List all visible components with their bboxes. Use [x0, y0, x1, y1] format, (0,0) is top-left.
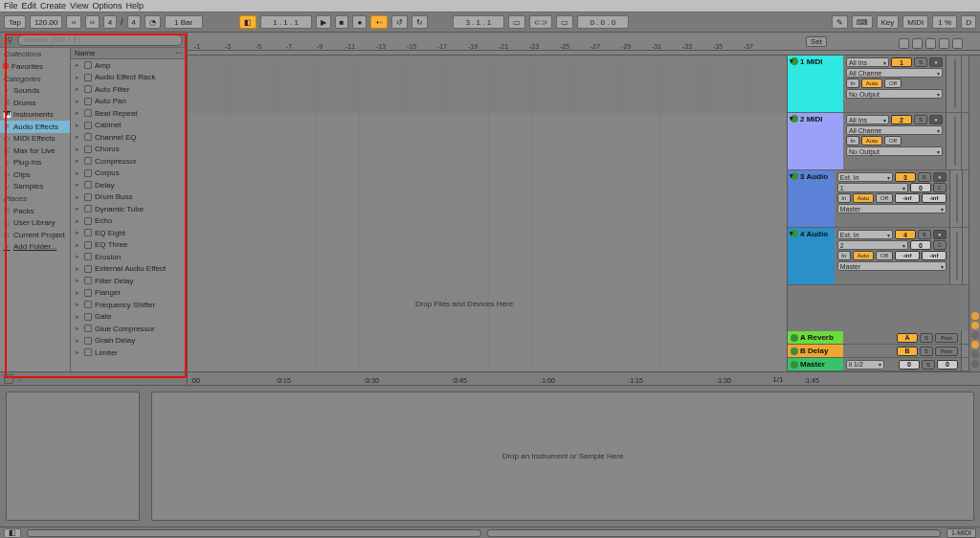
- expand-icon[interactable]: [74, 98, 81, 105]
- return-number[interactable]: A: [897, 333, 918, 343]
- locator-prev-icon[interactable]: [899, 38, 909, 49]
- device-erosion[interactable]: Erosion: [71, 251, 187, 263]
- draw-mode-button[interactable]: ✎: [832, 15, 848, 29]
- menu-options[interactable]: Options: [92, 1, 122, 11]
- track-number[interactable]: 1: [891, 57, 912, 67]
- monitor-auto[interactable]: Auto: [861, 78, 882, 88]
- send-b-val[interactable]: -inf: [922, 251, 947, 260]
- preview-note-icon[interactable]: ♪: [17, 373, 22, 384]
- device-auto-filter[interactable]: Auto Filter: [71, 83, 187, 96]
- monitor-off[interactable]: Off: [884, 136, 902, 146]
- device-eq-eight[interactable]: EQ Eight: [71, 227, 187, 239]
- device-drop-area[interactable]: Drop an Instrument or Sample Here: [151, 392, 974, 521]
- monitor-off[interactable]: Off: [876, 193, 893, 203]
- device-dynamic-tube[interactable]: Dynamic Tube: [71, 203, 187, 215]
- play-button[interactable]: ▶: [316, 15, 331, 29]
- expand-icon[interactable]: [74, 277, 81, 284]
- device-frequency-shifter[interactable]: Frequency Shifter: [71, 299, 187, 311]
- send-a[interactable]: 0: [910, 240, 931, 250]
- expand-icon[interactable]: [74, 169, 81, 177]
- menu-file[interactable]: File: [4, 1, 18, 11]
- automation-arm-button[interactable]: ↺: [391, 15, 408, 29]
- tempo-nudge-up[interactable]: ››: [85, 15, 100, 29]
- device-glue-compressor[interactable]: Glue Compressor: [71, 323, 187, 335]
- expand-icon[interactable]: [74, 229, 81, 236]
- monitor-in[interactable]: In: [846, 136, 859, 146]
- place-packs[interactable]: ◫Packs: [0, 205, 70, 217]
- expand-icon[interactable]: [74, 74, 81, 81]
- expand-icon[interactable]: [74, 205, 81, 213]
- device-beat-repeat[interactable]: Beat Repeat: [71, 107, 187, 120]
- header-menu-icon[interactable]: ⋯: [175, 49, 183, 57]
- category-midi-effects[interactable]: ◐MIDI Effects: [0, 133, 70, 146]
- quantize-menu[interactable]: 1 Bar: [165, 15, 203, 29]
- sends-toggle-icon[interactable]: [971, 322, 979, 329]
- post-button[interactable]: Post: [935, 333, 958, 343]
- solo-button[interactable]: S: [914, 115, 927, 124]
- returns-toggle-icon[interactable]: [971, 331, 979, 339]
- menu-help[interactable]: Help: [125, 1, 144, 11]
- cue-out-dropdown[interactable]: ii 1/2: [846, 360, 884, 370]
- midi-map-button[interactable]: MIDI: [902, 15, 928, 29]
- master-number[interactable]: 0: [899, 360, 920, 370]
- lock-icon[interactable]: [952, 38, 963, 49]
- arm-button[interactable]: ●: [929, 57, 943, 67]
- io-dropdown[interactable]: No Output: [846, 146, 943, 156]
- expand-icon[interactable]: [74, 313, 81, 321]
- track-grip[interactable]: [962, 170, 969, 227]
- locator-set-icon[interactable]: [912, 38, 923, 49]
- io-toggle-icon[interactable]: [971, 312, 979, 320]
- expand-icon[interactable]: [74, 61, 81, 69]
- io-dropdown[interactable]: All Ins: [846, 57, 889, 67]
- device-cabinet[interactable]: Cabinet: [71, 120, 187, 132]
- post-button[interactable]: Post: [935, 347, 958, 356]
- io-dropdown[interactable]: Master: [837, 204, 947, 213]
- punch-in-button[interactable]: ▭: [508, 15, 525, 29]
- return-number[interactable]: B: [897, 347, 918, 356]
- monitor-off[interactable]: Off: [876, 251, 893, 260]
- device-external-audio-effect[interactable]: External Audio Effect: [71, 263, 187, 276]
- computer-midi-button[interactable]: ⌨: [852, 15, 873, 29]
- monitor-in[interactable]: In: [846, 78, 859, 88]
- monitor-in[interactable]: In: [837, 251, 851, 260]
- set-marker[interactable]: Set: [806, 36, 827, 47]
- place-current-project[interactable]: ◻Current Project: [0, 229, 70, 241]
- expand-icon[interactable]: [74, 109, 81, 117]
- master-pan[interactable]: 0: [937, 360, 958, 370]
- track-number[interactable]: 3: [895, 172, 916, 182]
- send-b-val[interactable]: -inf: [922, 193, 947, 203]
- device-echo[interactable]: Echo: [71, 215, 187, 228]
- send-a-val[interactable]: -inf: [895, 251, 920, 260]
- expand-icon[interactable]: [74, 146, 81, 153]
- menu-edit[interactable]: Edit: [22, 1, 37, 11]
- monitor-auto[interactable]: Auto: [853, 193, 874, 203]
- place-add-folder[interactable]: ＋Add Folder...: [0, 241, 70, 254]
- monitor-auto[interactable]: Auto: [853, 251, 874, 260]
- expand-icon[interactable]: [74, 181, 81, 189]
- monitor-off[interactable]: Off: [884, 78, 902, 88]
- mixer-toggle-icon[interactable]: [971, 341, 979, 348]
- device-audio-effect-rack[interactable]: Audio Effect Rack: [71, 72, 187, 84]
- expand-icon[interactable]: [74, 85, 81, 93]
- metronome-button[interactable]: ◔: [145, 15, 161, 29]
- loop-button[interactable]: ⊂⊃: [529, 15, 552, 29]
- device-eq-three[interactable]: EQ Three: [71, 239, 187, 252]
- device-delay[interactable]: Delay: [71, 179, 187, 191]
- io-dropdown[interactable]: All Channe: [846, 125, 943, 135]
- locator-next-icon[interactable]: [925, 38, 936, 49]
- loop-start[interactable]: 3 . 1 . 1: [453, 15, 504, 29]
- expand-icon[interactable]: [74, 348, 81, 356]
- io-dropdown[interactable]: Ext. In: [837, 230, 893, 239]
- track-grip[interactable]: [961, 56, 969, 112]
- follow-button[interactable]: ◧: [239, 15, 256, 29]
- groove-pool-button[interactable]: [4, 374, 13, 384]
- io-dropdown[interactable]: 1: [837, 183, 908, 192]
- time-ruler[interactable]: 1/1 :00:0:15:0:30:0:45:1:00:1:15:1:30:1:…: [188, 371, 980, 385]
- track-header[interactable]: ▾1 MIDI: [788, 56, 843, 112]
- tempo-nudge-down[interactable]: ‹‹: [66, 15, 80, 29]
- loop-length[interactable]: 0 . 0 . 0: [577, 15, 629, 29]
- category-max-for-live[interactable]: ◫Max for Live: [0, 145, 70, 157]
- timeline-ruler[interactable]: Set -1-3-5-7-9-11-13-15-17-19-21-23-25-2…: [188, 33, 980, 56]
- expand-icon[interactable]: [74, 241, 81, 249]
- expand-icon[interactable]: [74, 289, 81, 297]
